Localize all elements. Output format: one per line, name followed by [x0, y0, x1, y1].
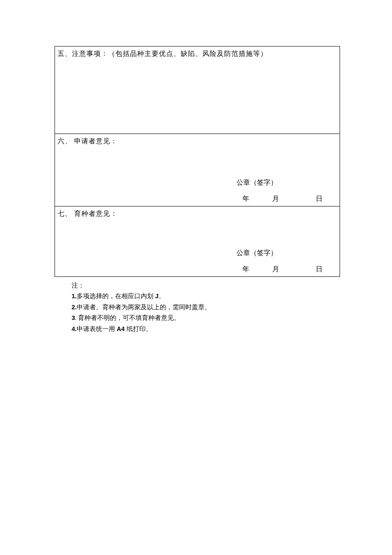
section-six-date: 年 月 日	[242, 193, 323, 204]
page-container: 五、注意事项：（包括品种主要优点、缺陷、风险及防范措施等） 六、 申请者意见： …	[55, 46, 340, 334]
note-item-2: 2.申请者、育种者为两家及以上的，需同时盖章。	[72, 302, 340, 313]
section-seven-cell: 七、 育种者意见： 公章（签字） 年 月 日	[55, 206, 340, 277]
year-label: 年	[242, 265, 249, 273]
note-num-4: 4.	[72, 325, 77, 332]
section-seven-seal: 公章（签字）	[236, 247, 277, 259]
note-suffix-1: 。	[159, 293, 165, 299]
note-bold-1: J	[153, 293, 159, 299]
note-item-4: 4.申请表统一用 A4 纸打印。	[72, 324, 340, 334]
notes-heading: 注：	[72, 280, 340, 291]
note-bold-4: A4	[115, 325, 127, 332]
section-six-seal: 公章（签字）	[236, 177, 277, 188]
section-five-cell: 五、注意事项：（包括品种主要优点、缺陷、风险及防范措施等）	[55, 46, 340, 134]
note-text-2: 申请者、育种者为两家及以上的，需同时盖章。	[77, 304, 211, 311]
note-text-3: 育种者不明的，可不填育种者意见。	[78, 314, 180, 321]
note-suffix-4: 纸打印。	[127, 325, 152, 332]
month-label: 月	[272, 265, 279, 273]
section-six-heading: 六、 申请者意见：	[58, 137, 118, 145]
note-text-1: 多项选择的，在相应口内划	[77, 293, 153, 299]
section-six-cell: 六、 申请者意见： 公章（签字） 年 月 日	[55, 134, 340, 206]
note-item-1: 1.多项选择的，在相应口内划 J。	[72, 291, 340, 302]
note-num-2: 2.	[72, 304, 77, 311]
note-item-3: 3. 育种者不明的，可不填育种者意见。	[72, 313, 340, 323]
note-num-3: 3	[72, 314, 75, 321]
section-five-heading: 五、注意事项：（包括品种主要优点、缺陷、风险及防范措施等）	[58, 50, 268, 57]
year-label: 年	[242, 195, 249, 202]
notes-section: 注： 1.多项选择的，在相应口内划 J。 2.申请者、育种者为两家及以上的，需同…	[72, 280, 340, 334]
day-label: 日	[316, 195, 323, 202]
day-label: 日	[316, 265, 323, 273]
note-text-4: 申请表统一用	[77, 325, 115, 332]
form-table: 五、注意事项：（包括品种主要优点、缺陷、风险及防范措施等） 六、 申请者意见： …	[55, 46, 340, 277]
section-seven-heading: 七、 育种者意见：	[58, 210, 118, 217]
note-num-1: 1.	[72, 293, 77, 299]
month-label: 月	[272, 195, 279, 202]
section-seven-date: 年 月 日	[242, 264, 323, 275]
